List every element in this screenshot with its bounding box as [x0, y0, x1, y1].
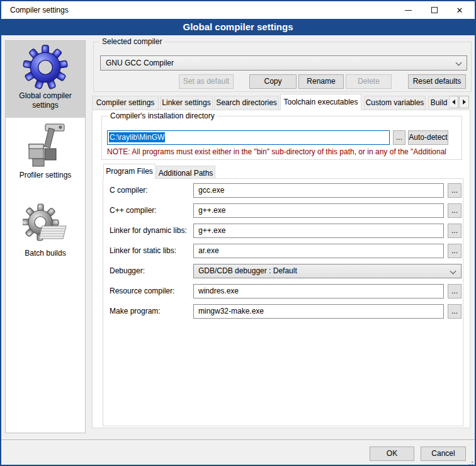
selected-text: C:\raylib\MinGW [109, 132, 165, 142]
settings-category-list: Global compiler settings Profiler settin… [5, 40, 86, 433]
browse-linker-static-button[interactable]: ... [448, 244, 462, 258]
cancel-button[interactable]: Cancel [421, 446, 466, 461]
window-title: Compiler settings [10, 6, 69, 14]
maximize-button[interactable] [423, 1, 446, 19]
installation-directory-input[interactable]: C:\raylib\MinGW [107, 130, 390, 145]
field-row-linker-dynamic: Linker for dynamic libs: g++.exe ... [103, 224, 463, 238]
resource-compiler-input[interactable]: windres.exe [193, 284, 444, 298]
field-label: Linker for static libs: [110, 244, 176, 258]
copy-button[interactable]: Copy [249, 74, 297, 89]
chevron-down-icon [456, 60, 462, 66]
field-row-resource-compiler: Resource compiler: windres.exe ... [103, 284, 463, 298]
close-icon: ✕ [456, 6, 463, 14]
title-bar: Compiler settings ✕ [1, 1, 475, 19]
auto-detect-button[interactable]: Auto-detect [408, 130, 448, 145]
browse-cpp-compiler-button[interactable]: ... [448, 203, 462, 218]
selected-compiler-group: Selected compiler GNU GCC Compiler Set a… [93, 42, 472, 92]
browse-linker-dynamic-button[interactable]: ... [448, 224, 462, 238]
browse-c-compiler-button[interactable]: ... [448, 183, 462, 198]
tab-search-directories[interactable]: Search directories [214, 96, 279, 110]
sidebar-item-profiler-settings[interactable]: Profiler settings [6, 120, 85, 185]
field-row-cpp-compiler: C++ compiler: g++.exe ... [103, 203, 463, 218]
debugger-select-value: GDB/CDB debugger : Default [198, 266, 297, 275]
installation-directory-group: Compiler's installation directory C:\ray… [101, 116, 462, 160]
blue-gear-icon [23, 45, 68, 90]
tab-custom-variables[interactable]: Custom variables [364, 96, 426, 110]
field-row-c-compiler: C compiler: gcc.exe ... [103, 183, 463, 198]
tab-scroll-left-button[interactable] [448, 96, 458, 108]
cpp-compiler-input[interactable]: g++.exe [193, 203, 444, 218]
tab-scroll-right-button[interactable] [459, 96, 469, 108]
tab-toolchain-executables[interactable]: Toolchain executables [280, 94, 361, 110]
field-label: C++ compiler: [110, 203, 157, 218]
compiler-settings-dialog: Compiler settings ✕ Global compiler sett… [0, 0, 476, 466]
profiler-caliper-icon [21, 120, 69, 169]
linker-dynamic-input[interactable]: g++.exe [193, 224, 444, 238]
subtab-additional-paths[interactable]: Additional Paths [156, 166, 215, 179]
field-label: Make program: [110, 304, 161, 319]
rename-button[interactable]: Rename [298, 74, 344, 89]
field-label: C compiler: [110, 183, 148, 198]
group-label: Compiler's installation directory [108, 111, 217, 120]
group-label: Selected compiler [99, 37, 164, 46]
maximize-icon [431, 7, 438, 13]
arrow-left-icon [452, 99, 455, 105]
tab-build-options[interactable]: Build [428, 96, 450, 110]
note-text: NOTE: All programs must exist either in … [107, 147, 458, 156]
sidebar-item-label: Profiler settings [16, 169, 76, 180]
subtab-program-files[interactable]: Program Files [103, 164, 156, 179]
linker-static-input[interactable]: ar.exe [193, 244, 444, 258]
compiler-select[interactable]: GNU GCC Compiler [100, 55, 467, 71]
set-as-default-button[interactable]: Set as default [179, 74, 234, 89]
browse-resource-compiler-button[interactable]: ... [448, 284, 462, 298]
page-title: Global compiler settings [1, 19, 475, 35]
footer-divider [1, 440, 475, 441]
sidebar-item-batch-builds[interactable]: Batch builds [6, 203, 85, 263]
field-row-debugger: Debugger: GDB/CDB debugger : Default [103, 264, 463, 278]
close-button[interactable]: ✕ [448, 1, 471, 19]
arrow-right-icon [463, 99, 466, 105]
toolchain-executables-page: Compiler's installation directory C:\ray… [92, 110, 470, 428]
sidebar-item-label: Batch builds [21, 247, 69, 258]
batch-builds-gear-icon [23, 203, 68, 247]
compiler-select-value: GNU GCC Compiler [106, 59, 174, 67]
chevron-down-icon [450, 268, 456, 275]
field-row-linker-static: Linker for static libs: ar.exe ... [103, 244, 463, 258]
browse-make-program-button[interactable]: ... [448, 304, 462, 319]
tab-linker-settings[interactable]: Linker settings [160, 96, 213, 110]
browse-directory-button[interactable]: ... [393, 130, 405, 145]
field-label: Debugger: [110, 264, 145, 278]
settings-tab-strip: Compiler settings Linker settings Search… [92, 94, 476, 110]
resize-grip[interactable] [472, 462, 473, 463]
minimize-button[interactable] [397, 1, 419, 19]
tab-compiler-settings[interactable]: Compiler settings [92, 96, 159, 110]
delete-button[interactable]: Delete [346, 74, 392, 89]
sidebar-item-label: Global compiler settings [6, 90, 85, 110]
field-label: Linker for dynamic libs: [110, 224, 187, 238]
debugger-select[interactable]: GDB/CDB debugger : Default [193, 264, 462, 278]
reset-defaults-button[interactable]: Reset defaults [408, 74, 466, 89]
field-label: Resource compiler: [110, 284, 174, 298]
program-files-panel: C compiler: gcc.exe ... C++ compiler: g+… [103, 178, 463, 426]
ok-button[interactable]: OK [370, 446, 414, 461]
c-compiler-input[interactable]: gcc.exe [193, 183, 444, 198]
field-row-make-program: Make program: mingw32-make.exe ... [103, 304, 463, 319]
make-program-input[interactable]: mingw32-make.exe [193, 304, 444, 319]
minimize-icon [405, 10, 412, 11]
sidebar-item-global-compiler-settings[interactable]: Global compiler settings [6, 41, 85, 118]
